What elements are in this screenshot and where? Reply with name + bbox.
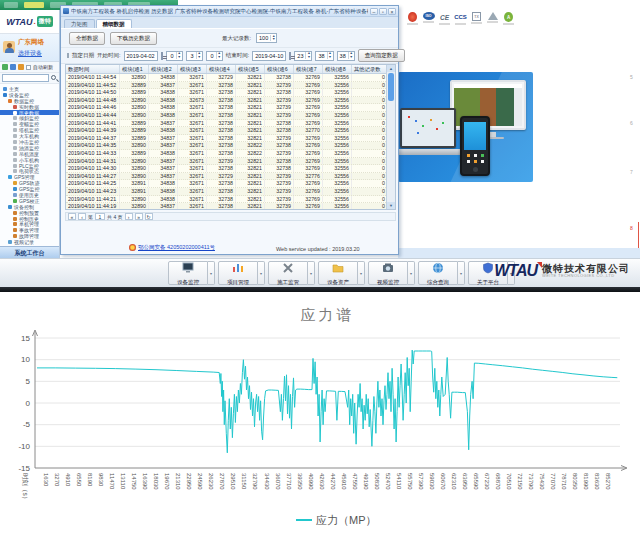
table-row[interactable]: 2019/04/10 11:44:30328903483732671327383… (66, 165, 386, 173)
table-row[interactable]: 2019/04/10 11:44:48328903483832673327383… (66, 97, 386, 105)
table-header-cell[interactable]: 模块(通7 (294, 65, 323, 73)
history-data-window: 中铁南方工程装备 桥机启停检测 历史数据 广东省特种设备检测研究院中心检测院-中… (60, 5, 399, 255)
select-device-link[interactable]: 选择设备 (18, 49, 42, 58)
chevron-down-icon[interactable]: ▾ (358, 261, 365, 285)
folder-icon[interactable] (18, 64, 24, 70)
table-header-cell[interactable]: 模块(通1 (120, 65, 149, 73)
bottom-nav-label: 设备资产 (327, 279, 349, 286)
minimize-button[interactable]: – (370, 8, 378, 15)
download-history-button[interactable]: 下载历史数据 (110, 32, 157, 45)
refresh-icon[interactable] (2, 64, 8, 70)
table-row[interactable]: 2019/04/10 11:44:19328903483732671327383… (66, 203, 386, 209)
table-row[interactable]: 2019/04/10 11:44:21328903483832671327383… (66, 196, 386, 204)
table-row[interactable]: 2019/04/10 11:44:27328903483732671327293… (66, 173, 386, 181)
system-workbench-bar[interactable]: 系统工作台 (0, 246, 59, 258)
scroll-up-icon[interactable]: ▲ (387, 65, 395, 72)
beian-link[interactable]: 鄂公网安备 42050202000411号 (138, 244, 215, 251)
last-page-button[interactable]: » (135, 213, 143, 220)
table-row[interactable]: 2019/04/10 11:44:50328893483832671327383… (66, 89, 386, 97)
close-button[interactable]: × (388, 8, 396, 15)
table-row[interactable]: 2019/04/10 11:44:33328893483832671327383… (66, 150, 386, 158)
table-header-cell[interactable]: 数据时间 (66, 65, 120, 73)
window-titlebar[interactable]: 中铁南方工程装备 桥机启停检测 历史数据 广东省特种设备检测研究院中心检测院-中… (61, 6, 398, 17)
table-row[interactable]: 2019/04/10 11:44:25328913483832671327383… (66, 180, 386, 188)
first-page-button[interactable]: « (68, 213, 76, 220)
max-records-label: 最大记录数: (222, 35, 251, 42)
chevron-down-icon[interactable]: ▾ (258, 261, 265, 285)
tab-fine-data[interactable]: 精细数据 (96, 19, 132, 28)
table-row[interactable]: 2019/04/10 11:44:39328893483832671327383… (66, 127, 386, 135)
end-second-stepper[interactable]: 38▲▼ (337, 51, 355, 61)
tree-item-icon (8, 175, 12, 179)
chevron-down-icon[interactable]: ▾ (458, 261, 465, 285)
maximize-button[interactable]: ▫ (379, 8, 387, 15)
scroll-down-icon[interactable]: ▼ (387, 202, 395, 209)
scrollbar-thumb[interactable] (388, 73, 394, 101)
cell-value: 32769 (294, 74, 323, 81)
device-search-input[interactable] (2, 74, 49, 82)
prev-page-button[interactable]: ‹ (78, 213, 86, 220)
x-tick-label: 22950 (186, 473, 192, 490)
table-header-cell[interactable]: 模块(通4 (207, 65, 236, 73)
table-row[interactable]: 2019/04/10 11:44:46328903483832671327383… (66, 104, 386, 112)
tx-badge: TX (470, 12, 483, 25)
red-marker-line (638, 222, 639, 250)
bottom-nav-monitor-button[interactable]: 设备监控 (168, 261, 208, 285)
start-hour-stepper[interactable]: 0▲▼ (166, 51, 183, 61)
cell-value: 32821 (236, 120, 265, 127)
table-header-cell[interactable]: 模块(通2 (149, 65, 178, 73)
auto-refresh-checkbox[interactable] (26, 65, 31, 70)
top-menu-chip[interactable] (4, 2, 18, 8)
top-menu-chip[interactable] (24, 2, 44, 8)
chevron-down-icon[interactable]: ▾ (408, 261, 415, 285)
table-row[interactable]: 2019/04/10 11:44:54328903483832671327293… (66, 74, 386, 82)
calendar-icon[interactable] (289, 52, 291, 60)
table-scrollbar[interactable]: ▲ ▼ (386, 65, 395, 209)
cell-value: 32671 (178, 135, 207, 142)
cell-value: 32671 (178, 112, 207, 119)
calendar-icon[interactable] (161, 52, 163, 60)
table-row[interactable]: 2019/04/10 11:44:44328903483832671327383… (66, 112, 386, 120)
table-row[interactable]: 2019/04/10 11:44:52328893483732671327383… (66, 82, 386, 90)
bottom-nav-camera-button[interactable]: 视频监控 (368, 261, 408, 285)
chevron-down-icon[interactable]: ▾ (208, 261, 215, 285)
table-row[interactable]: 2019/04/10 11:44:23328913483832671327383… (66, 188, 386, 196)
bottom-nav-chart-button[interactable]: 项目管理 (218, 261, 258, 285)
table-header-cell[interactable]: 模块(通3 (178, 65, 207, 73)
table-header-cell[interactable]: 模块(通8 (323, 65, 352, 73)
end-hour-stepper[interactable]: 23▲▼ (294, 51, 312, 61)
start-minute-stepper[interactable]: 3▲▼ (186, 51, 203, 61)
ccs-mark: CCS (454, 12, 467, 25)
chevron-down-icon[interactable]: ▾ (308, 261, 315, 285)
bottom-nav-globe-button[interactable]: 综合查询 (418, 261, 458, 285)
table-row[interactable]: 2019/04/10 11:44:35328903483732671327383… (66, 142, 386, 150)
bottom-nav-folder-button[interactable]: 设备资产 (318, 261, 358, 285)
table-row[interactable]: 2019/04/10 11:44:37328893483732671327383… (66, 135, 386, 143)
tree-item-icon (13, 211, 17, 215)
table-header-cell[interactable]: 模块(通5 (236, 65, 265, 73)
map-icon[interactable] (10, 64, 16, 70)
next-page-button[interactable]: › (125, 213, 133, 220)
table-row[interactable]: 2019/04/10 11:44:41328893483732671327383… (66, 120, 386, 128)
cell-value: 34837 (149, 203, 178, 209)
query-button[interactable]: 查询指定数据 (358, 49, 405, 62)
max-records-stepper[interactable]: 100▲▼ (256, 33, 277, 43)
cell-value: 32556 (323, 203, 352, 209)
search-icon[interactable] (51, 75, 56, 80)
table-row[interactable]: 2019/04/10 11:44:31328903483732671327393… (66, 158, 386, 166)
cell-value: 32821 (236, 82, 265, 89)
end-minute-stepper[interactable]: 38▲▼ (315, 51, 333, 61)
table-header-cell[interactable]: 模块(通6 (265, 65, 294, 73)
start-second-stepper[interactable]: 0▲▼ (206, 51, 223, 61)
specify-date-checkbox[interactable] (67, 53, 69, 58)
refresh-icon[interactable]: ↻ (145, 213, 153, 220)
cell-value: 32770 (294, 127, 323, 134)
legend-label[interactable]: 应力（MP） (316, 514, 377, 526)
all-data-button[interactable]: 全部数据 (69, 32, 105, 45)
start-date-input[interactable]: 2019-04-02 (124, 51, 158, 61)
tab-moment-chart[interactable]: 力矩图 (64, 19, 95, 28)
table-header-cell[interactable]: 其他记录数 (352, 65, 386, 73)
bottom-nav-tools-button[interactable]: 施工监管 (268, 261, 308, 285)
end-date-input[interactable]: 2019-04-10 (252, 51, 286, 61)
page-number-input[interactable]: 1 (95, 213, 105, 220)
